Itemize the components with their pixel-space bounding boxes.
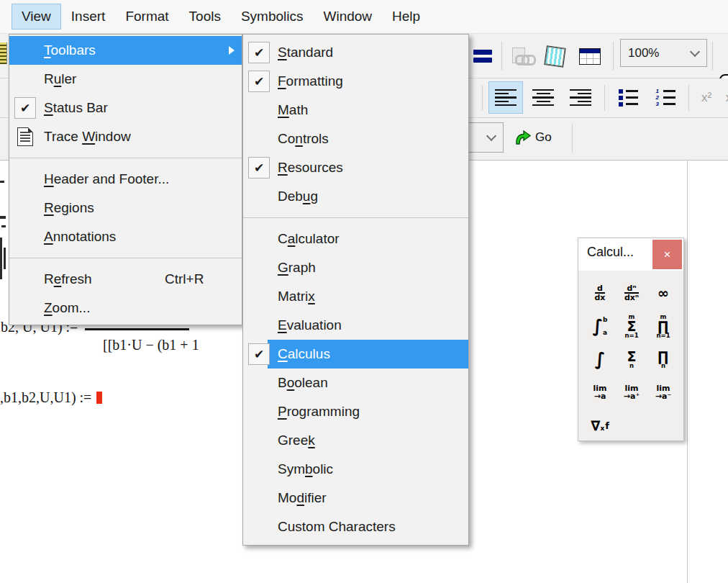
range-product-icon: ∏n bbox=[658, 350, 669, 369]
superscript-button[interactable]: x² bbox=[693, 81, 720, 114]
trace-window-icon bbox=[17, 127, 33, 146]
toolbar-separator bbox=[501, 42, 502, 71]
summation-button[interactable]: mΣn=1 bbox=[616, 309, 647, 343]
menu-item-formatting[interactable]: ✔Formatting bbox=[243, 67, 468, 96]
infinity-icon: ∞ bbox=[658, 286, 669, 299]
menu-item-trace-window[interactable]: Trace Window bbox=[9, 122, 242, 151]
menu-item-evaluation[interactable]: Evaluation bbox=[243, 311, 468, 340]
menubar-item-tools[interactable]: Tools bbox=[179, 4, 231, 30]
menu-item-header-and-footer[interactable]: Header and Footer... bbox=[9, 165, 242, 194]
menu-separator bbox=[9, 158, 242, 158]
align-center-icon bbox=[532, 89, 554, 107]
menu-item-custom-characters[interactable]: Custom Characters bbox=[243, 512, 468, 541]
infinity-button[interactable]: ∞ bbox=[647, 276, 679, 309]
checkmark-icon: ✔ bbox=[248, 71, 270, 92]
menu-item-label: Ruler bbox=[41, 71, 76, 87]
menu-item-toolbars[interactable]: Toolbars bbox=[9, 36, 242, 65]
iterated-product-button[interactable]: m∏n=1 bbox=[647, 309, 679, 343]
evaluate-equals-button[interactable] bbox=[470, 42, 496, 71]
menubar-item-view[interactable]: View bbox=[12, 4, 61, 30]
menu-item-regions[interactable]: Regions bbox=[9, 194, 242, 222]
definite-integral-button[interactable]: ∫ba bbox=[584, 309, 616, 343]
menubar-item-window[interactable]: Window bbox=[314, 4, 383, 30]
gradient-button[interactable]: ∇xf bbox=[584, 409, 616, 442]
checkmark-icon: ✔ bbox=[14, 97, 36, 119]
clipped-math-fragment bbox=[0, 216, 6, 219]
math-region-denominator[interactable]: [[b1·U − (b1 + 1 bbox=[103, 337, 199, 353]
menu-item-standard[interactable]: ✔Standard bbox=[243, 38, 468, 67]
go-button[interactable]: Go bbox=[514, 127, 552, 148]
clipped-math-fragment bbox=[0, 181, 4, 183]
clipped-math-fragment bbox=[1, 225, 6, 227]
menu-item-controls[interactable]: Controls bbox=[243, 125, 468, 153]
toolbars-submenu: ✔Standard✔FormattingMathControls✔Resourc… bbox=[242, 34, 469, 546]
toolbar-separator bbox=[613, 42, 614, 71]
align-right-button[interactable] bbox=[563, 81, 598, 114]
insert-hyperlink-button[interactable] bbox=[509, 42, 535, 70]
menu-item-label: Matrix bbox=[275, 289, 315, 304]
menu-item-greek[interactable]: Greek bbox=[243, 426, 468, 455]
align-right-icon bbox=[570, 89, 591, 107]
menu-item-label: Custom Characters bbox=[275, 519, 396, 535]
menu-separator bbox=[9, 258, 242, 258]
two-sided-limit-button[interactable]: lim→a bbox=[584, 376, 616, 409]
range-sum-icon: Σn bbox=[627, 350, 637, 369]
definite-integral-icon: ∫ba bbox=[592, 317, 607, 335]
menu-item-calculator[interactable]: Calculator bbox=[243, 225, 468, 253]
bullet-list-button[interactable] bbox=[611, 81, 645, 114]
menu-item-ruler[interactable]: Ruler bbox=[9, 65, 242, 94]
menu-item-programming[interactable]: Programming bbox=[243, 397, 468, 426]
menu-item-label: Math bbox=[275, 102, 308, 118]
table-icon bbox=[579, 48, 601, 65]
nth-derivative-button[interactable]: dⁿdxⁿ bbox=[616, 276, 647, 309]
menu-item-math[interactable]: Math bbox=[243, 96, 468, 125]
range-product-button[interactable]: ∏n bbox=[647, 343, 679, 376]
align-center-button[interactable] bbox=[526, 81, 560, 114]
limit-from-right-button[interactable]: lim→a⁺ bbox=[616, 376, 647, 409]
menubar-item-symbolics[interactable]: Symbolics bbox=[231, 4, 314, 30]
menubar-item-help[interactable]: Help bbox=[382, 4, 430, 30]
align-left-icon bbox=[495, 89, 517, 107]
derivative-button[interactable]: ddx bbox=[584, 276, 616, 309]
palette-button-grid: ddxdⁿdxⁿ∞∫bamΣn=1m∏n=1∫Σn∏nlim→alim→a⁺li… bbox=[584, 276, 679, 442]
subscript-button-partial[interactable]: x bbox=[722, 81, 728, 114]
bullet-list-icon bbox=[619, 89, 638, 107]
fraction-bar bbox=[85, 328, 189, 330]
limit-from-left-icon: lim→a⁻ bbox=[655, 384, 671, 400]
menubar-item-format[interactable]: Format bbox=[115, 4, 178, 30]
range-sum-button[interactable]: Σn bbox=[616, 343, 647, 376]
menu-item-debug[interactable]: Debug bbox=[243, 182, 468, 211]
math-region-definition-2[interactable]: ,b1,b2,U,U1) := bbox=[0, 389, 102, 406]
menu-item-label: Header and Footer... bbox=[41, 171, 169, 187]
menu-item-label: Regions bbox=[41, 200, 94, 216]
menu-item-label: Formatting bbox=[275, 73, 343, 89]
zoom-combobox[interactable]: 100% bbox=[620, 39, 707, 67]
menu-item-graph[interactable]: Graph bbox=[243, 253, 468, 282]
menu-item-zoom[interactable]: Zoom... bbox=[9, 294, 242, 322]
menu-item-matrix[interactable]: Matrix bbox=[243, 282, 468, 311]
indefinite-integral-button[interactable]: ∫ bbox=[584, 343, 616, 376]
limit-from-left-button[interactable]: lim→a⁻ bbox=[647, 376, 679, 409]
menubar-item-insert[interactable]: Insert bbox=[61, 4, 116, 30]
menu-item-calculus[interactable]: ✔Calculus bbox=[243, 340, 468, 369]
menu-item-status-bar[interactable]: ✔Status Bar bbox=[9, 94, 242, 122]
chevron-down-icon bbox=[486, 131, 496, 141]
menu-item-label: Evaluation bbox=[275, 317, 342, 333]
insert-component-button[interactable] bbox=[541, 42, 568, 70]
gradient-icon: ∇xf bbox=[591, 419, 609, 432]
menu-item-resources[interactable]: ✔Resources bbox=[243, 153, 468, 182]
checkmark-icon: ✔ bbox=[248, 157, 270, 178]
menu-item-modifier[interactable]: Modifier bbox=[243, 484, 468, 512]
numbered-list-button[interactable]: 1 2 3 bbox=[648, 81, 683, 114]
menu-item-symbolic[interactable]: Symbolic bbox=[243, 455, 468, 484]
menu-item-refresh[interactable]: RefreshCtrl+R bbox=[9, 265, 242, 294]
close-button[interactable]: × bbox=[652, 240, 682, 269]
menu-item-annotations[interactable]: Annotations bbox=[9, 222, 242, 251]
toolbar-separator bbox=[712, 42, 713, 71]
insert-table-button[interactable] bbox=[575, 42, 604, 70]
limit-from-right-icon: lim→a⁺ bbox=[624, 384, 640, 400]
align-left-button[interactable] bbox=[488, 81, 523, 114]
menu-item-label: Programming bbox=[275, 404, 360, 420]
palette-titlebar[interactable]: Calcul... × bbox=[578, 238, 683, 271]
menu-item-boolean[interactable]: Boolean bbox=[243, 369, 468, 397]
